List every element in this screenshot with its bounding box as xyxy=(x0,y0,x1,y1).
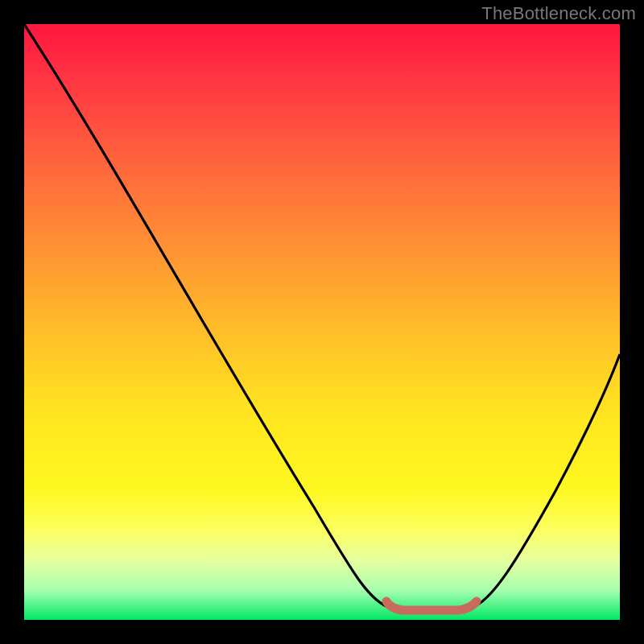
curve-overlay-svg xyxy=(24,24,620,620)
watermark-text: TheBottleneck.com xyxy=(481,3,636,24)
plot-area xyxy=(24,24,620,620)
chart-frame: TheBottleneck.com xyxy=(0,0,644,644)
bottleneck-curve xyxy=(24,24,620,608)
optimal-range-highlight xyxy=(386,601,477,610)
